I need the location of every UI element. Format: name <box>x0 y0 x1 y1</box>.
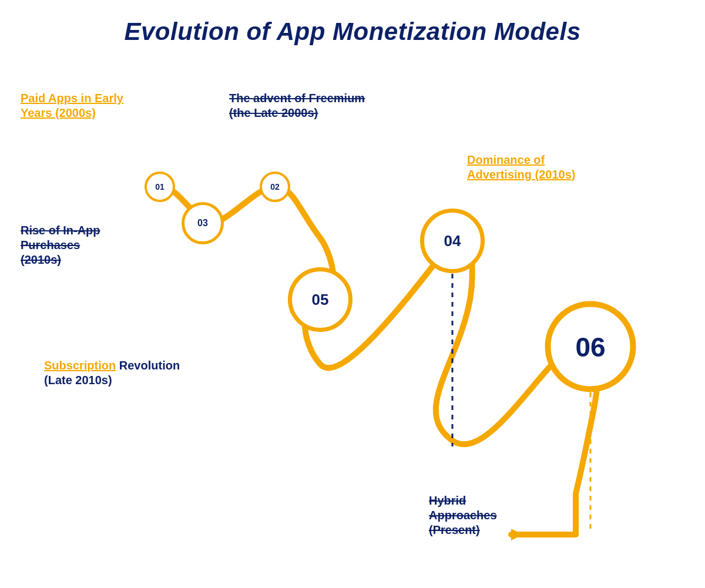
node-01: 01 <box>145 172 175 202</box>
label-03: Rise of In-App Purchases (2010s) <box>21 223 100 267</box>
node-06: 06 <box>545 301 636 392</box>
label-01-line1: Paid Apps in Early <box>21 92 123 105</box>
label-02-line1: The advent of Freemium <box>229 92 365 105</box>
page-title: Evolution of App Monetization Models <box>0 0 705 46</box>
title-text: Evolution of App Monetization Models <box>124 18 580 45</box>
label-05-line2: (Late 2010s) <box>44 374 112 387</box>
winding-path <box>160 187 597 535</box>
label-02-line2: (the Late 2000s) <box>229 106 318 119</box>
path-svg <box>0 0 705 588</box>
label-04: Dominance of Advertising (2010s) <box>467 153 576 182</box>
label-06-line2: Approaches <box>429 509 497 522</box>
node-02: 02 <box>260 172 290 202</box>
label-02: The advent of Freemium (the Late 2000s) <box>229 91 365 120</box>
label-05: Subscription Revolution (Late 2010s) <box>44 358 180 388</box>
label-03-line1: Rise of In-App <box>21 224 100 237</box>
label-01-line2: Years (2000s) <box>21 106 96 119</box>
page-container: Evolution of App Monetization Models Pai… <box>0 0 705 588</box>
node-05: 05 <box>288 267 352 332</box>
label-03-line2: Purchases <box>21 238 80 251</box>
path-arrow <box>511 529 523 540</box>
node-03: 03 <box>182 202 224 244</box>
label-04-line1: Dominance of <box>467 153 545 166</box>
label-06-line1: Hybrid <box>429 494 466 507</box>
label-04-line2: Advertising (2010s) <box>467 168 576 181</box>
node-04: 04 <box>420 209 485 273</box>
label-03-line3: (2010s) <box>21 253 61 266</box>
label-06-line3: (Present) <box>429 523 480 536</box>
label-01: Paid Apps in Early Years (2000s) <box>21 91 123 120</box>
label-06: Hybrid Approaches (Present) <box>429 493 497 537</box>
label-05-line1: Subscription Revolution <box>44 359 180 372</box>
